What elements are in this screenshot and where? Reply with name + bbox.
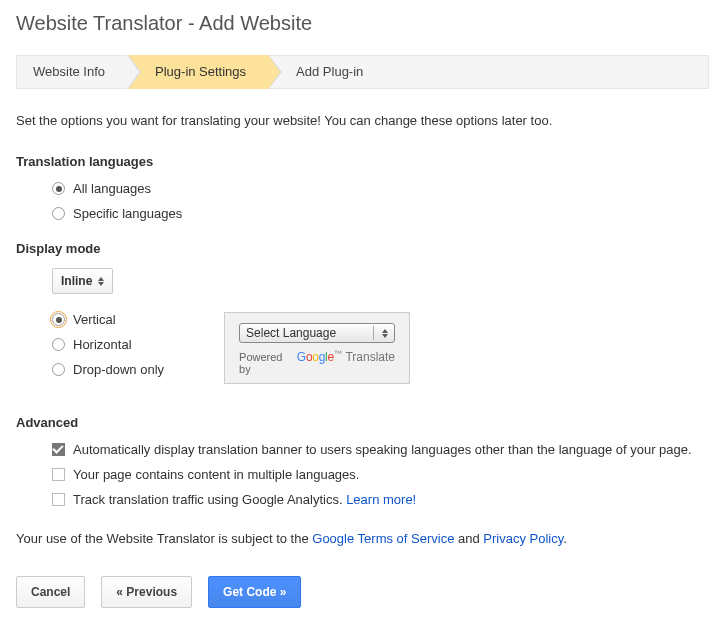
- footer-and: and: [454, 531, 483, 546]
- checkbox-track-analytics[interactable]: [52, 493, 65, 506]
- step-website-info[interactable]: Website Info: [17, 55, 127, 89]
- tos-link[interactable]: Google Terms of Service: [312, 531, 454, 546]
- section-advanced: Advanced: [16, 415, 709, 430]
- button-bar: Cancel « Previous Get Code »: [16, 576, 709, 608]
- step-plugin-settings[interactable]: Plug-in Settings: [127, 55, 268, 89]
- preview-select-label: Select Language: [246, 326, 336, 340]
- checkbox-auto-banner[interactable]: [52, 443, 65, 456]
- radio-all-languages[interactable]: [52, 182, 65, 195]
- cancel-button[interactable]: Cancel: [16, 576, 85, 608]
- label-auto-banner: Automatically display translation banner…: [73, 442, 692, 457]
- privacy-link[interactable]: Privacy Policy: [483, 531, 563, 546]
- label-track-analytics: Track translation traffic using Google A…: [73, 492, 343, 507]
- translate-widget-preview: Select Language Powered by Google™ Trans…: [224, 312, 410, 384]
- translate-word: Translate: [345, 350, 395, 364]
- footer-prefix: Your use of the Website Translator is su…: [16, 531, 312, 546]
- sort-icon: [382, 329, 388, 338]
- label-multiple-languages: Your page contains content in multiple l…: [73, 467, 359, 482]
- learn-more-link[interactable]: Learn more!: [346, 492, 416, 507]
- footer-note: Your use of the Website Translator is su…: [16, 531, 709, 546]
- get-code-button[interactable]: Get Code »: [208, 576, 301, 608]
- label-specific-languages: Specific languages: [73, 206, 182, 221]
- powered-by-line: Powered by Google™ Translate: [239, 349, 395, 375]
- google-logo: Google™: [297, 349, 342, 364]
- label-vertical: Vertical: [73, 312, 116, 327]
- display-mode-select[interactable]: Inline: [52, 268, 113, 294]
- powered-by-text: Powered by: [239, 351, 293, 375]
- label-all-languages: All languages: [73, 181, 151, 196]
- footer-period: .: [563, 531, 567, 546]
- section-display-mode: Display mode: [16, 241, 709, 256]
- radio-specific-languages[interactable]: [52, 207, 65, 220]
- section-translation-languages: Translation languages: [16, 154, 709, 169]
- step-add-plugin[interactable]: Add Plug-in: [268, 55, 385, 89]
- checkbox-multiple-languages[interactable]: [52, 468, 65, 481]
- sort-icon: [98, 277, 104, 286]
- radio-vertical[interactable]: [52, 313, 65, 326]
- radio-dropdown-only[interactable]: [52, 363, 65, 376]
- intro-text: Set the options you want for translating…: [16, 113, 709, 128]
- display-mode-value: Inline: [61, 274, 92, 288]
- previous-button[interactable]: « Previous: [101, 576, 192, 608]
- label-dropdown-only: Drop-down only: [73, 362, 164, 377]
- page-title: Website Translator - Add Website: [16, 12, 709, 35]
- preview-language-select[interactable]: Select Language: [239, 323, 395, 343]
- radio-horizontal[interactable]: [52, 338, 65, 351]
- label-horizontal: Horizontal: [73, 337, 132, 352]
- stepper: Website Info Plug-in Settings Add Plug-i…: [16, 55, 709, 89]
